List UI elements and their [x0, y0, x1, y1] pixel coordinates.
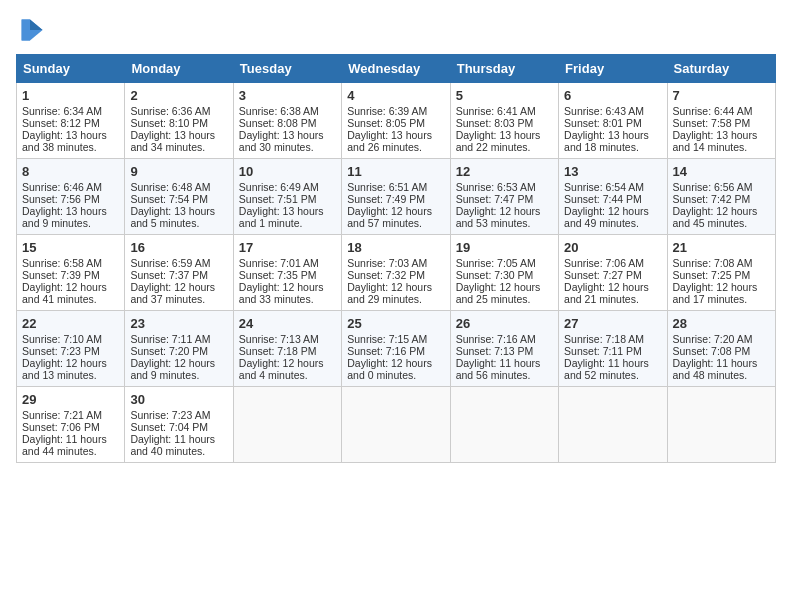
daylight-label: Daylight: 13 hours and 14 minutes.	[673, 129, 758, 153]
daylight-label: Daylight: 12 hours and 29 minutes.	[347, 281, 432, 305]
sunset-text: Sunset: 7:23 PM	[22, 345, 100, 357]
sunrise-text: Sunrise: 7:21 AM	[22, 409, 102, 421]
logo	[16, 16, 48, 44]
col-header-friday: Friday	[559, 55, 667, 83]
calendar-cell: 30 Sunrise: 7:23 AM Sunset: 7:04 PM Dayl…	[125, 387, 233, 463]
daylight-label: Daylight: 12 hours and 4 minutes.	[239, 357, 324, 381]
sunrise-text: Sunrise: 6:36 AM	[130, 105, 210, 117]
daylight-label: Daylight: 12 hours and 0 minutes.	[347, 357, 432, 381]
sunset-text: Sunset: 7:44 PM	[564, 193, 642, 205]
sunset-text: Sunset: 8:05 PM	[347, 117, 425, 129]
calendar-cell: 7 Sunrise: 6:44 AM Sunset: 7:58 PM Dayli…	[667, 83, 775, 159]
sunrise-text: Sunrise: 7:20 AM	[673, 333, 753, 345]
daylight-label: Daylight: 12 hours and 13 minutes.	[22, 357, 107, 381]
day-number: 13	[564, 164, 661, 179]
daylight-label: Daylight: 12 hours and 41 minutes.	[22, 281, 107, 305]
sunrise-text: Sunrise: 6:59 AM	[130, 257, 210, 269]
calendar-cell: 25 Sunrise: 7:15 AM Sunset: 7:16 PM Dayl…	[342, 311, 450, 387]
daylight-label: Daylight: 12 hours and 25 minutes.	[456, 281, 541, 305]
sunrise-text: Sunrise: 6:48 AM	[130, 181, 210, 193]
sunset-text: Sunset: 8:01 PM	[564, 117, 642, 129]
day-number: 7	[673, 88, 770, 103]
sunset-text: Sunset: 7:58 PM	[673, 117, 751, 129]
sunset-text: Sunset: 7:32 PM	[347, 269, 425, 281]
daylight-label: Daylight: 12 hours and 45 minutes.	[673, 205, 758, 229]
svg-marker-1	[30, 20, 43, 31]
day-number: 19	[456, 240, 553, 255]
sunset-text: Sunset: 7:51 PM	[239, 193, 317, 205]
sunset-text: Sunset: 7:49 PM	[347, 193, 425, 205]
day-number: 12	[456, 164, 553, 179]
sunset-text: Sunset: 7:42 PM	[673, 193, 751, 205]
daylight-label: Daylight: 12 hours and 57 minutes.	[347, 205, 432, 229]
sunrise-text: Sunrise: 7:05 AM	[456, 257, 536, 269]
sunset-text: Sunset: 8:03 PM	[456, 117, 534, 129]
daylight-label: Daylight: 12 hours and 49 minutes.	[564, 205, 649, 229]
sunrise-text: Sunrise: 6:43 AM	[564, 105, 644, 117]
sunset-text: Sunset: 8:08 PM	[239, 117, 317, 129]
sunrise-text: Sunrise: 6:38 AM	[239, 105, 319, 117]
day-number: 22	[22, 316, 119, 331]
calendar-cell: 29 Sunrise: 7:21 AM Sunset: 7:06 PM Dayl…	[17, 387, 125, 463]
calendar-cell: 14 Sunrise: 6:56 AM Sunset: 7:42 PM Dayl…	[667, 159, 775, 235]
day-number: 9	[130, 164, 227, 179]
sunset-text: Sunset: 7:25 PM	[673, 269, 751, 281]
sunset-text: Sunset: 7:39 PM	[22, 269, 100, 281]
day-number: 11	[347, 164, 444, 179]
sunrise-text: Sunrise: 6:39 AM	[347, 105, 427, 117]
daylight-label: Daylight: 13 hours and 30 minutes.	[239, 129, 324, 153]
daylight-label: Daylight: 13 hours and 18 minutes.	[564, 129, 649, 153]
calendar-cell: 27 Sunrise: 7:18 AM Sunset: 7:11 PM Dayl…	[559, 311, 667, 387]
sunrise-text: Sunrise: 6:44 AM	[673, 105, 753, 117]
sunset-text: Sunset: 7:20 PM	[130, 345, 208, 357]
sunrise-text: Sunrise: 7:16 AM	[456, 333, 536, 345]
calendar-cell: 11 Sunrise: 6:51 AM Sunset: 7:49 PM Dayl…	[342, 159, 450, 235]
sunrise-text: Sunrise: 6:51 AM	[347, 181, 427, 193]
day-number: 18	[347, 240, 444, 255]
col-header-tuesday: Tuesday	[233, 55, 341, 83]
daylight-label: Daylight: 13 hours and 34 minutes.	[130, 129, 215, 153]
calendar-cell: 13 Sunrise: 6:54 AM Sunset: 7:44 PM Dayl…	[559, 159, 667, 235]
calendar-cell	[233, 387, 341, 463]
day-number: 8	[22, 164, 119, 179]
day-number: 4	[347, 88, 444, 103]
sunrise-text: Sunrise: 7:06 AM	[564, 257, 644, 269]
calendar-cell: 17 Sunrise: 7:01 AM Sunset: 7:35 PM Dayl…	[233, 235, 341, 311]
day-number: 30	[130, 392, 227, 407]
sunset-text: Sunset: 7:13 PM	[456, 345, 534, 357]
day-number: 6	[564, 88, 661, 103]
day-number: 2	[130, 88, 227, 103]
calendar-cell: 15 Sunrise: 6:58 AM Sunset: 7:39 PM Dayl…	[17, 235, 125, 311]
sunrise-text: Sunrise: 7:10 AM	[22, 333, 102, 345]
calendar-cell: 6 Sunrise: 6:43 AM Sunset: 8:01 PM Dayli…	[559, 83, 667, 159]
day-number: 27	[564, 316, 661, 331]
svg-rect-2	[22, 20, 30, 41]
sunset-text: Sunset: 7:37 PM	[130, 269, 208, 281]
calendar-header-row: SundayMondayTuesdayWednesdayThursdayFrid…	[17, 55, 776, 83]
calendar-cell	[342, 387, 450, 463]
day-number: 17	[239, 240, 336, 255]
calendar-week-row: 1 Sunrise: 6:34 AM Sunset: 8:12 PM Dayli…	[17, 83, 776, 159]
sunset-text: Sunset: 7:06 PM	[22, 421, 100, 433]
col-header-thursday: Thursday	[450, 55, 558, 83]
calendar-cell: 23 Sunrise: 7:11 AM Sunset: 7:20 PM Dayl…	[125, 311, 233, 387]
sunrise-text: Sunrise: 6:56 AM	[673, 181, 753, 193]
sunrise-text: Sunrise: 6:34 AM	[22, 105, 102, 117]
sunrise-text: Sunrise: 6:58 AM	[22, 257, 102, 269]
sunset-text: Sunset: 7:16 PM	[347, 345, 425, 357]
calendar-cell: 26 Sunrise: 7:16 AM Sunset: 7:13 PM Dayl…	[450, 311, 558, 387]
page-header	[16, 16, 776, 44]
calendar-week-row: 29 Sunrise: 7:21 AM Sunset: 7:06 PM Dayl…	[17, 387, 776, 463]
day-number: 28	[673, 316, 770, 331]
calendar-cell: 9 Sunrise: 6:48 AM Sunset: 7:54 PM Dayli…	[125, 159, 233, 235]
day-number: 10	[239, 164, 336, 179]
sunset-text: Sunset: 7:54 PM	[130, 193, 208, 205]
daylight-label: Daylight: 13 hours and 5 minutes.	[130, 205, 215, 229]
daylight-label: Daylight: 13 hours and 1 minute.	[239, 205, 324, 229]
day-number: 25	[347, 316, 444, 331]
col-header-sunday: Sunday	[17, 55, 125, 83]
sunrise-text: Sunrise: 7:08 AM	[673, 257, 753, 269]
day-number: 15	[22, 240, 119, 255]
sunset-text: Sunset: 7:27 PM	[564, 269, 642, 281]
calendar-cell: 28 Sunrise: 7:20 AM Sunset: 7:08 PM Dayl…	[667, 311, 775, 387]
